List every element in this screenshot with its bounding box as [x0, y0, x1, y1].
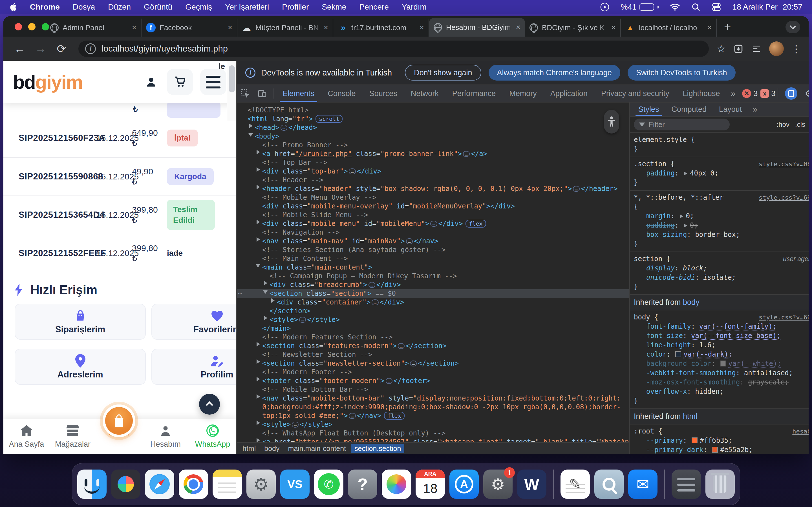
css-property[interactable]: box-sizing: border-box;: [634, 230, 809, 239]
minimize-window-button[interactable]: [28, 23, 36, 31]
tab-close-icon[interactable]: ×: [419, 23, 424, 32]
style-rule[interactable]: section {user agent stylesheetdisplay: b…: [630, 252, 809, 295]
css-property[interactable]: --primary-dark: #e55a2b;: [634, 445, 809, 454]
dom-node[interactable]: <!-- Top Bar -->: [237, 158, 629, 167]
dom-node[interactable]: <!-- WhatsApp Float Button (Desktop only…: [237, 429, 629, 438]
css-property[interactable]: -moz-osx-font-smoothing: grayscale;: [634, 378, 809, 387]
inline-expand-icon[interactable]: …: [299, 317, 306, 323]
styles-filter-input[interactable]: Filter: [634, 119, 730, 130]
styles-tab-layout[interactable]: Layout: [713, 103, 748, 116]
ai-assistance-icon[interactable]: [785, 87, 797, 100]
dom-node[interactable]: <body>: [237, 132, 629, 141]
styles-tab-styles[interactable]: Styles: [633, 103, 665, 116]
inline-expand-icon[interactable]: …: [430, 221, 437, 227]
css-property[interactable]: margin: 0;: [634, 212, 809, 221]
inspect-element-icon[interactable]: [237, 89, 254, 98]
inline-expand-icon[interactable]: …: [349, 413, 356, 419]
tab-close-icon[interactable]: ×: [132, 23, 137, 32]
dom-node[interactable]: <style>…</style>: [237, 316, 629, 324]
style-rule[interactable]: .section {style.css?v…080675:1079padding…: [630, 157, 809, 191]
menu-duzen[interactable]: Düzen: [108, 3, 131, 11]
quick-card-bag[interactable]: Siparişlerim: [15, 304, 146, 340]
chrome-menu-icon[interactable]: ⋮: [791, 43, 801, 55]
site-info-icon[interactable]: i: [85, 43, 96, 54]
devtools-tab-performance[interactable]: Performance: [446, 85, 503, 102]
dom-node[interactable]: <nav class="mobile-bottom-bar" style="di…: [237, 394, 623, 420]
css-property[interactable]: display: block;: [634, 264, 809, 273]
cart-fab[interactable]: [103, 404, 135, 437]
accessibility-person-icon[interactable]: [604, 110, 619, 133]
control-center-icon[interactable]: [712, 3, 721, 11]
dom-node[interactable]: <header class="header" style="box-shadow…: [237, 184, 629, 193]
inline-expand-icon[interactable]: …: [463, 151, 470, 157]
dock-finder-icon[interactable]: [77, 469, 107, 499]
selected-dom-node[interactable]: ⋯<section class="section"> == $0: [237, 289, 629, 298]
menu-goruntu[interactable]: Görüntü: [144, 3, 172, 11]
dock-trash-icon[interactable]: [705, 469, 735, 499]
dock-calendar-icon[interactable]: ARA18: [416, 469, 445, 499]
tab-close-icon[interactable]: ×: [324, 23, 328, 32]
css-property[interactable]: overflow-x: hidden;: [634, 387, 809, 396]
issues-badge[interactable]: x 3: [760, 89, 775, 98]
menu-dosya[interactable]: Dosya: [73, 3, 95, 11]
styles-more-tabs-icon[interactable]: »: [749, 105, 761, 114]
reload-button[interactable]: ⟳: [52, 40, 70, 58]
tab-close-icon[interactable]: ×: [228, 23, 232, 32]
device-toolbar-icon[interactable]: [254, 89, 271, 98]
dom-node[interactable]: <main class="main-content">: [237, 263, 629, 272]
screen-mirroring-icon[interactable]: [600, 2, 610, 12]
dom-node[interactable]: <!-- Promo Banner -->: [237, 141, 629, 150]
dock-help-icon[interactable]: ?: [348, 469, 377, 499]
cart-button[interactable]: [167, 69, 193, 95]
breadcrumb-item[interactable]: section.section: [351, 444, 404, 453]
tab-search-button[interactable]: [785, 21, 800, 33]
css-property[interactable]: --primary: #ff6b35;: [634, 436, 809, 445]
bottom-nav-user[interactable]: Hesabım: [143, 419, 188, 449]
devtools-tab-elements[interactable]: Elements: [276, 85, 321, 102]
order-row[interactable]: SIP2025121552FEEF 15.12.2025 399,80₺ iad…: [3, 234, 236, 272]
dom-node[interactable]: <a href="https://wa.me/905551234567" cla…: [237, 438, 629, 442]
dom-node[interactable]: <div class="mobile-menu-overlay" id="mob…: [237, 202, 629, 211]
scrollbar-thumb[interactable]: [229, 65, 235, 93]
dom-node[interactable]: <!-- Campaign Popup – Modern Dikey Tasar…: [237, 272, 629, 281]
dock-system-settings-icon[interactable]: ⚙: [246, 469, 276, 499]
settings-gear-icon[interactable]: ⚙: [805, 88, 809, 99]
inline-expand-icon[interactable]: …: [281, 125, 287, 131]
browser-tab[interactable]: ▲localhost / localho×: [621, 18, 717, 37]
dock-utilities-icon[interactable]: ⚙1: [483, 469, 513, 499]
dom-node[interactable]: <div class="top-bar">…</div>: [237, 167, 629, 176]
bottom-nav-home[interactable]: Ana Sayfa: [4, 419, 49, 449]
color-swatch[interactable]: [692, 438, 698, 443]
account-icon[interactable]: [143, 69, 160, 95]
css-property[interactable]: font-size: var(--font-size-base);: [634, 331, 809, 341]
tab-close-icon[interactable]: ×: [611, 23, 616, 32]
dom-node[interactable]: <!-- Modern Footer -->: [237, 368, 629, 377]
inline-expand-icon[interactable]: …: [349, 168, 356, 174]
menubar-app-name[interactable]: Chrome: [30, 3, 60, 11]
menubar-clock[interactable]: 18 Aralık Per 20:57: [732, 3, 802, 11]
stylesheet-link[interactable]: style.css?v…66080675:87: [755, 313, 809, 322]
menu-profiller[interactable]: Profiller: [282, 3, 309, 11]
css-property[interactable]: -webkit-font-smoothing: antialiased;: [634, 369, 809, 378]
dom-node[interactable]: <!-- Mobile Menu Overlay -->: [237, 193, 629, 202]
dock-notes-icon[interactable]: [213, 469, 242, 499]
page-scrollbar[interactable]: [227, 61, 236, 121]
downloads-icon[interactable]: [733, 43, 744, 54]
devtools-tab-console[interactable]: Console: [321, 85, 363, 102]
close-window-button[interactable]: [15, 23, 22, 31]
more-tabs-icon[interactable]: »: [727, 89, 740, 98]
dock-photos-icon[interactable]: [382, 469, 411, 499]
site-logo[interactable]: bdgiyim: [13, 71, 83, 93]
css-property[interactable]: line-height: 1.6;: [634, 341, 809, 350]
dom-node[interactable]: <!-- Stories Section (Ana sayfada göster…: [237, 245, 629, 255]
quick-card-user-edit[interactable]: Profilim: [151, 349, 236, 385]
style-rule[interactable]: *, *::before, *::afterstyle.css?v…660806…: [630, 191, 809, 252]
inline-expand-icon[interactable]: …: [573, 186, 580, 192]
order-row[interactable]: SIP20251215590868 15.12.2025 49,90₺ Karg…: [3, 157, 236, 195]
dom-node[interactable]: <a href="/urunler.php" class="promo-bann…: [237, 150, 629, 158]
dom-node[interactable]: <!-- Main Content -->: [237, 255, 629, 263]
devtools-tab-sources[interactable]: Sources: [363, 85, 404, 102]
menu-yer-isaretleri[interactable]: Yer İşaretleri: [225, 3, 269, 11]
dom-node[interactable]: <section class="features-modern">…</sect…: [237, 342, 629, 350]
address-bar[interactable]: i localhost/giyim/uye/hesabim.php: [79, 41, 709, 57]
